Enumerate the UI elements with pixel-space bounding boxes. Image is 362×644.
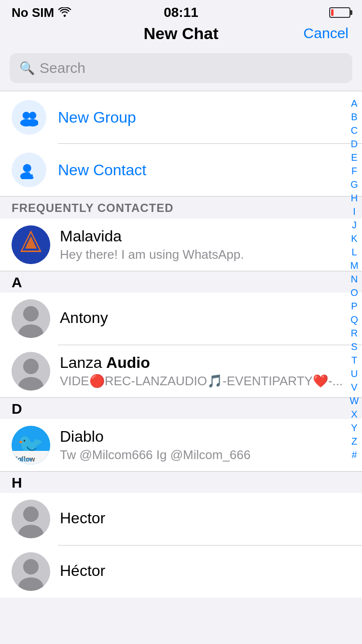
battery-container: [329, 7, 350, 18]
svg-point-16: [23, 359, 39, 374]
add-contact-icon: [20, 161, 38, 179]
alpha-letter-e[interactable]: E: [348, 151, 360, 164]
new-group-label: New Group: [58, 109, 136, 126]
group-h-section: Hector Héctor: [0, 493, 362, 598]
alpha-letter-n[interactable]: N: [348, 272, 360, 286]
status-time: 08:11: [164, 5, 198, 20]
contact-diablo[interactable]: 🐦 Follow Follow Diablo Tw @Milcom666 Ig …: [0, 419, 362, 471]
malavida-name: Malavida: [60, 227, 350, 245]
alpha-letter-u[interactable]: U: [348, 367, 360, 380]
group-a-section: Antony Lanza Audio VIDE🔴REC-LANZAUDIO🎵-E…: [0, 293, 362, 397]
alpha-letter-g[interactable]: G: [348, 178, 360, 191]
alpha-letter-s[interactable]: S: [348, 340, 360, 353]
avatar-antony: [12, 299, 50, 338]
alpha-letter-l[interactable]: L: [348, 245, 360, 259]
svg-point-24: [23, 506, 39, 522]
avatar-diablo: 🐦 Follow Follow: [12, 426, 50, 464]
alpha-letter-p[interactable]: P: [348, 299, 360, 313]
alpha-index: ABCDEFGHIJKLMNOPQRSTUVWXYZ#: [348, 97, 360, 462]
cancel-button[interactable]: Cancel: [304, 25, 348, 42]
alpha-letter-q[interactable]: Q: [348, 313, 360, 326]
diablo-status: Tw @Milcom666 Ig @Milcom_666: [60, 448, 350, 462]
letter-a: A: [12, 274, 22, 290]
new-contact-label: New Contact: [58, 161, 146, 179]
alpha-letter-w[interactable]: W: [348, 394, 360, 407]
svg-point-0: [23, 112, 30, 119]
svg-point-4: [23, 164, 31, 172]
frequently-contacted-header: FREQUENTLY CONTACTED: [0, 196, 362, 219]
search-placeholder: Search: [40, 60, 85, 76]
alpha-letter-j[interactable]: J: [348, 218, 360, 232]
search-bar[interactable]: 🔍 Search: [10, 53, 352, 83]
alpha-letter-h[interactable]: H: [348, 191, 360, 205]
alpha-letter-k[interactable]: K: [348, 232, 360, 245]
diablo-name: Diablo: [60, 428, 350, 446]
lanza-audio-info: Lanza Audio VIDE🔴REC-LANZAUDIO🎵-EVENTIPA…: [60, 354, 350, 389]
alpha-letter-i[interactable]: I: [348, 205, 360, 218]
letter-h: H: [12, 475, 22, 490]
frequently-contacted-label: FREQUENTLY CONTACTED: [12, 201, 174, 214]
alpha-letter-#[interactable]: #: [348, 448, 360, 462]
svg-text:Follow: Follow: [14, 456, 32, 463]
svg-point-13: [23, 306, 39, 322]
contact-antony[interactable]: Antony: [0, 293, 362, 345]
alpha-letter-o[interactable]: O: [348, 286, 360, 299]
letter-header-d: D: [0, 398, 362, 419]
alpha-letter-z[interactable]: Z: [348, 434, 360, 448]
svg-point-3: [27, 119, 38, 126]
group-d-section: 🐦 Follow Follow Diablo Tw @Milcom666 Ig …: [0, 419, 362, 471]
frequently-contacted-section: Malavida Hey there! I am using WhatsApp.: [0, 219, 362, 271]
status-bar: No SIM 08:11: [0, 0, 362, 21]
alpha-letter-r[interactable]: R: [348, 326, 360, 340]
svg-point-27: [23, 559, 39, 574]
alpha-letter-b[interactable]: B: [348, 110, 360, 124]
search-container: 🔍 Search: [0, 48, 362, 91]
page-title: New Chat: [144, 24, 219, 43]
alpha-letter-c[interactable]: C: [348, 124, 360, 137]
hector2-name: Héctor: [60, 562, 350, 580]
hector2-info: Héctor: [60, 562, 350, 582]
actions-section: New Group New Contact: [0, 91, 362, 196]
svg-point-1: [29, 112, 36, 119]
group-icon: [20, 108, 38, 126]
lanza-bold: Audio: [106, 354, 150, 371]
lanza-prefix: Lanza: [60, 354, 106, 371]
carrier-wifi: No SIM: [12, 5, 71, 20]
wifi-icon: [58, 5, 71, 20]
alpha-letter-x[interactable]: X: [348, 407, 360, 421]
lanza-audio-status: VIDE🔴REC-LANZAUDIO🎵-EVENTIPARTY❤️-...: [60, 374, 350, 389]
contact-hector2[interactable]: Héctor: [0, 546, 362, 598]
avatar-lanza-audio: [12, 352, 50, 391]
alpha-letter-v[interactable]: V: [348, 380, 360, 394]
hector1-info: Hector: [60, 509, 350, 529]
new-group-item[interactable]: New Group: [0, 91, 362, 143]
battery-fill: [331, 9, 334, 16]
alpha-letter-m[interactable]: M: [348, 259, 360, 272]
malavida-status: Hey there! I am using WhatsApp.: [60, 247, 350, 262]
letter-header-h: H: [0, 472, 362, 493]
lanza-audio-name: Lanza Audio: [60, 354, 350, 372]
new-contact-item[interactable]: New Contact: [0, 144, 362, 196]
contact-malavida[interactable]: Malavida Hey there! I am using WhatsApp.: [0, 219, 362, 271]
avatar-malavida: [12, 225, 50, 264]
diablo-info: Diablo Tw @Milcom666 Ig @Milcom_666: [60, 428, 350, 462]
alpha-letter-y[interactable]: Y: [348, 421, 360, 434]
avatar-hector1: [12, 500, 50, 538]
alpha-letter-f[interactable]: F: [348, 164, 360, 178]
alpha-letter-t[interactable]: T: [348, 353, 360, 367]
avatar-hector2: [12, 552, 50, 591]
search-icon: 🔍: [19, 61, 35, 76]
contact-hector1[interactable]: Hector: [0, 493, 362, 545]
letter-d: D: [12, 401, 22, 417]
new-contact-icon-circle: [12, 153, 46, 187]
nav-bar: New Chat Cancel: [0, 21, 362, 48]
malavida-info: Malavida Hey there! I am using WhatsApp.: [60, 227, 350, 262]
alpha-letter-d[interactable]: D: [348, 137, 360, 151]
battery-icon: [329, 7, 350, 18]
hector1-name: Hector: [60, 509, 350, 527]
antony-name: Antony: [60, 309, 350, 327]
new-group-icon-circle: [12, 100, 46, 135]
carrier-text: No SIM: [12, 5, 54, 20]
contact-lanza-audio[interactable]: Lanza Audio VIDE🔴REC-LANZAUDIO🎵-EVENTIPA…: [0, 345, 362, 397]
alpha-letter-a[interactable]: A: [348, 97, 360, 110]
